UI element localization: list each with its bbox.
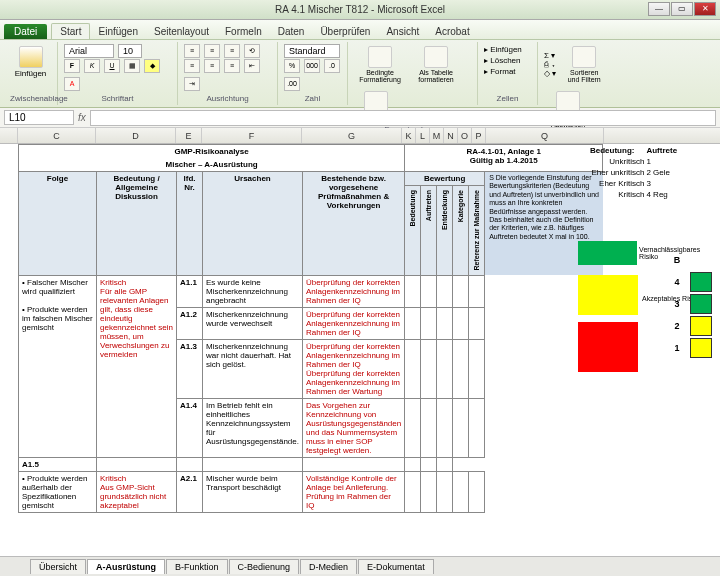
- formula-input[interactable]: [90, 110, 716, 126]
- group-font-label: Schriftart: [64, 94, 171, 103]
- fill-color-button[interactable]: ◆: [144, 59, 160, 73]
- border-button[interactable]: ▦: [124, 59, 140, 73]
- align-top-button[interactable]: ≡: [184, 44, 200, 58]
- sheet-tab[interactable]: D-Medien: [300, 559, 357, 574]
- risk-green: [578, 241, 637, 265]
- sheet-tab[interactable]: B-Funktion: [166, 559, 228, 574]
- formula-bar: L10 fx: [0, 108, 720, 128]
- underline-button[interactable]: U: [104, 59, 120, 73]
- column-headers[interactable]: C D E F G K L M N O P Q: [0, 128, 720, 144]
- minimize-button[interactable]: —: [648, 2, 670, 16]
- window-title: RA 4.1 Mischer T812 - Microsoft Excel: [275, 4, 445, 15]
- tab-start[interactable]: Start: [51, 23, 90, 39]
- comma-button[interactable]: 000: [304, 59, 320, 73]
- fx-icon[interactable]: fx: [78, 112, 86, 123]
- font-size-select[interactable]: 10: [118, 44, 142, 58]
- tab-view[interactable]: Ansicht: [378, 24, 427, 39]
- cond-format-button[interactable]: Bedingte Formatierung: [354, 44, 406, 85]
- risk-yellow: [578, 275, 638, 315]
- cond-format-icon: [368, 46, 392, 68]
- worksheet-grid: C D E F G K L M N O P Q GMP-Risikoanalys…: [0, 128, 720, 556]
- currency-button[interactable]: %: [284, 59, 300, 73]
- group-number-label: Zahl: [284, 94, 341, 103]
- align-middle-button[interactable]: ≡: [204, 44, 220, 58]
- col-folge: Folge: [19, 172, 97, 276]
- dec-inc-button[interactable]: .0: [324, 59, 340, 73]
- table-row[interactable]: A1.5: [19, 457, 603, 471]
- maximize-button[interactable]: ▭: [671, 2, 693, 16]
- sheet-tab[interactable]: C-Bedienung: [229, 559, 300, 574]
- indent-inc-button[interactable]: ⇥: [184, 77, 200, 91]
- dec-dec-button[interactable]: .00: [284, 77, 300, 91]
- insert-cells-button[interactable]: ▸ Einfügen: [484, 44, 531, 55]
- sheet-tab-active[interactable]: A-Ausrüstung: [87, 559, 165, 574]
- table-icon: [424, 46, 448, 68]
- col-mass: Bestehende bzw. vorgesehene Prüfmaßnahme…: [303, 172, 405, 276]
- font-color-button[interactable]: A: [64, 77, 80, 91]
- doc-title: GMP-Risikoanalyse: [174, 147, 248, 156]
- number-format-select[interactable]: Standard: [284, 44, 340, 58]
- col-ursachen: Ursachen: [203, 172, 303, 276]
- tab-review[interactable]: Überprüfen: [312, 24, 378, 39]
- delete-cells-button[interactable]: ▸ Löschen: [484, 55, 531, 66]
- indent-dec-button[interactable]: ⇤: [244, 59, 260, 73]
- italic-button[interactable]: K: [84, 59, 100, 73]
- bold-button[interactable]: F: [64, 59, 80, 73]
- font-name-select[interactable]: Arial: [64, 44, 114, 58]
- align-center-button[interactable]: ≡: [204, 59, 220, 73]
- paste-button[interactable]: Einfügen: [10, 44, 51, 80]
- file-tab[interactable]: Datei: [4, 24, 47, 39]
- tab-insert[interactable]: Einfügen: [90, 24, 145, 39]
- clipboard-icon: [19, 46, 43, 68]
- orientation-button[interactable]: ⟲: [244, 44, 260, 58]
- group-align-label: Ausrichtung: [184, 94, 271, 103]
- format-table-button[interactable]: Als Tabelle formatieren: [410, 44, 462, 85]
- close-button[interactable]: ✕: [694, 2, 716, 16]
- tab-formulas[interactable]: Formeln: [217, 24, 270, 39]
- tab-acrobat[interactable]: Acrobat: [427, 24, 477, 39]
- align-right-button[interactable]: ≡: [224, 59, 240, 73]
- title-bar: RA 4.1 Mischer T812 - Microsoft Excel — …: [0, 0, 720, 20]
- tab-data[interactable]: Daten: [270, 24, 313, 39]
- sheet-tab[interactable]: Übersicht: [30, 559, 86, 574]
- risk-matrix: B 4 3 2 1: [664, 248, 714, 360]
- ribbon: Einfügen Zwischenablage Arial 10 F K U ▦…: [0, 40, 720, 108]
- align-bottom-button[interactable]: ≡: [224, 44, 240, 58]
- group-cells-label: Zellen: [484, 94, 531, 103]
- risk-red: [578, 322, 638, 372]
- ribbon-tabstrip: Datei Start Einfügen Seitenlayout Formel…: [0, 20, 720, 40]
- sheet-tab[interactable]: E-Dokumentat: [358, 559, 434, 574]
- tab-pagelayout[interactable]: Seitenlayout: [146, 24, 217, 39]
- group-clipboard-label: Zwischenablage: [10, 94, 51, 103]
- sort-icon: [572, 46, 596, 68]
- col-nr: lfd. Nr.: [177, 172, 203, 276]
- sort-filter-button[interactable]: Sortieren und Filtern: [560, 44, 608, 85]
- select-all-corner[interactable]: [0, 128, 18, 143]
- name-box[interactable]: L10: [4, 110, 74, 125]
- align-left-button[interactable]: ≡: [184, 59, 200, 73]
- table-row[interactable]: • Produkte werden außerhalb der Spezifik…: [19, 471, 603, 512]
- sheet-tabs: Übersicht A-Ausrüstung B-Funktion C-Bedi…: [0, 556, 720, 576]
- col-bedeutung: Bedeutung / Allgemeine Diskussion: [97, 172, 177, 276]
- format-cells-button[interactable]: ▸ Format: [484, 66, 531, 77]
